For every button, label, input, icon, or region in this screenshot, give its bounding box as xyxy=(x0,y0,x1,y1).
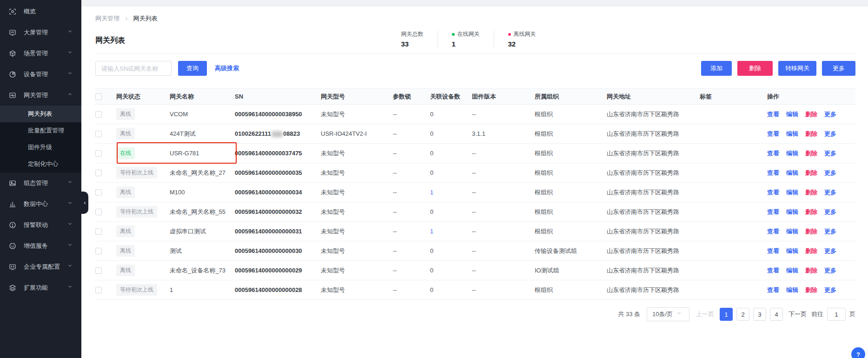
sidebar-item-data-center[interactable]: 数据中心 xyxy=(0,193,81,214)
edit-link[interactable]: 编辑 xyxy=(786,130,798,137)
sidebar-item-enterprise-config[interactable]: 企业专属配置 xyxy=(0,256,81,277)
edit-link[interactable]: 编辑 xyxy=(786,247,798,254)
delete-link[interactable]: 删除 xyxy=(805,189,817,196)
stat-total-label: 网关总数 xyxy=(401,30,424,38)
sidebar-subitem-gateway-list[interactable]: 网关列表 xyxy=(0,106,81,122)
help-float-button[interactable]: ? xyxy=(851,347,865,358)
view-link[interactable]: 查看 xyxy=(767,111,779,118)
page-size-select[interactable]: 10条/页 xyxy=(647,307,689,321)
sidebar-item-extended-functions[interactable]: 扩展功能 xyxy=(0,277,81,298)
sidebar-item-label: 概览 xyxy=(24,7,75,16)
delete-button[interactable]: 删除 xyxy=(737,61,773,76)
page-button-4[interactable]: 4 xyxy=(770,308,783,321)
delete-link[interactable]: 删除 xyxy=(805,130,817,137)
sidebar-subitem-batch-config-management[interactable]: 批量配置管理 xyxy=(0,122,81,139)
cell-ops: 查看编辑删除更多 xyxy=(767,202,855,222)
page-button-1[interactable]: 1 xyxy=(720,308,733,321)
transfer-gateway-button[interactable]: 转移网关 xyxy=(778,61,816,76)
sidebar-item-device-management[interactable]: 设备管理 xyxy=(0,64,81,85)
device-count[interactable]: 1 xyxy=(430,228,433,235)
row-checkbox[interactable] xyxy=(95,189,102,196)
cell-org: 根组织 xyxy=(535,222,607,241)
breadcrumb-current: 网关列表 xyxy=(133,15,158,22)
edit-link[interactable]: 编辑 xyxy=(786,267,798,274)
view-link[interactable]: 查看 xyxy=(767,208,779,215)
sidebar-collapse-handle[interactable]: ‹ xyxy=(81,192,88,214)
row-checkbox[interactable] xyxy=(95,170,102,176)
sidebar-item-scene-management[interactable]: 场景管理 xyxy=(0,43,81,64)
breadcrumb-parent[interactable]: 网关管理 xyxy=(95,15,119,22)
view-link[interactable]: 查看 xyxy=(767,130,779,137)
more-link[interactable]: 更多 xyxy=(824,286,836,293)
more-link[interactable]: 更多 xyxy=(824,247,836,254)
query-button[interactable]: 查询 xyxy=(178,61,207,76)
edit-link[interactable]: 编辑 xyxy=(786,189,798,196)
more-button[interactable]: 更多 xyxy=(822,61,855,76)
row-checkbox[interactable] xyxy=(95,150,102,157)
cell-firmware: -- xyxy=(472,241,535,261)
row-checkbox[interactable] xyxy=(95,111,102,118)
edit-link[interactable]: 编辑 xyxy=(786,208,798,215)
page-button-2[interactable]: 2 xyxy=(736,308,749,321)
search-input[interactable] xyxy=(95,61,172,76)
header-gateway-status: 网关状态 xyxy=(116,89,170,105)
advanced-search-link[interactable]: 高级搜索 xyxy=(215,64,239,73)
cell-tag xyxy=(700,105,767,124)
delete-link[interactable]: 删除 xyxy=(805,228,817,235)
goto-page-input[interactable] xyxy=(827,308,846,321)
more-link[interactable]: 更多 xyxy=(824,150,836,157)
edit-link[interactable]: 编辑 xyxy=(786,169,798,176)
more-link[interactable]: 更多 xyxy=(824,111,836,118)
cell-param-lock: -- xyxy=(393,105,430,124)
delete-link[interactable]: 删除 xyxy=(805,150,817,157)
more-link[interactable]: 更多 xyxy=(824,169,836,176)
more-link[interactable]: 更多 xyxy=(824,228,836,235)
row-checkbox[interactable] xyxy=(95,131,102,137)
cell-status: 等待初次上线 xyxy=(116,163,170,183)
view-link[interactable]: 查看 xyxy=(767,247,779,254)
sidebar-subitem-firmware-upgrade[interactable]: 固件升级 xyxy=(0,139,81,156)
delete-link[interactable]: 删除 xyxy=(805,208,817,215)
row-checkbox[interactable] xyxy=(95,267,102,274)
more-link[interactable]: 更多 xyxy=(824,189,836,196)
cell-gateway-name: M100 xyxy=(170,183,235,202)
sidebar-item-value-added-service[interactable]: 增值服务 xyxy=(0,235,81,256)
sidebar-item-screen-management[interactable]: 大屏管理 xyxy=(0,22,81,43)
delete-link[interactable]: 删除 xyxy=(805,169,817,176)
sidebar-item-overview[interactable]: 概览 xyxy=(0,1,81,22)
edit-link[interactable]: 编辑 xyxy=(786,111,798,118)
view-link[interactable]: 查看 xyxy=(767,286,779,293)
view-link[interactable]: 查看 xyxy=(767,189,779,196)
row-checkbox[interactable] xyxy=(95,287,102,293)
more-link[interactable]: 更多 xyxy=(824,267,836,274)
add-button[interactable]: 添加 xyxy=(701,61,732,76)
delete-link[interactable]: 删除 xyxy=(805,267,817,274)
row-checkbox[interactable] xyxy=(95,228,102,235)
delete-link[interactable]: 删除 xyxy=(805,111,817,118)
device-count[interactable]: 1 xyxy=(430,189,433,196)
more-link[interactable]: 更多 xyxy=(824,130,836,137)
sidebar-item-alarm-linkage[interactable]: 报警联动 xyxy=(0,214,81,235)
select-all-checkbox[interactable] xyxy=(95,93,102,100)
delete-link[interactable]: 删除 xyxy=(805,286,817,293)
delete-link[interactable]: 删除 xyxy=(805,247,817,254)
view-link[interactable]: 查看 xyxy=(767,169,779,176)
sidebar-subitem-customization-center[interactable]: 定制化中心 xyxy=(0,156,81,172)
view-link[interactable]: 查看 xyxy=(767,228,779,235)
table-row: 等待初次上线未命名_网关名称_2700059614000000000035未知型… xyxy=(95,163,855,183)
prev-page-button[interactable]: 上一页 xyxy=(696,310,714,318)
view-link[interactable]: 查看 xyxy=(767,267,779,274)
edit-link[interactable]: 编辑 xyxy=(786,286,798,293)
sidebar-item-gateway-management[interactable]: 网关管理 xyxy=(0,85,81,106)
cell-device-count: 0 xyxy=(430,144,472,163)
edit-link[interactable]: 编辑 xyxy=(786,228,798,235)
view-link[interactable]: 查看 xyxy=(767,150,779,157)
row-checkbox[interactable] xyxy=(95,209,102,215)
next-page-button[interactable]: 下一页 xyxy=(788,310,807,318)
page-button-3[interactable]: 3 xyxy=(753,308,766,321)
sidebar-item-topology-management[interactable]: 组态管理 xyxy=(0,172,81,193)
edit-link[interactable]: 编辑 xyxy=(786,150,798,157)
more-link[interactable]: 更多 xyxy=(824,208,836,215)
row-checkbox[interactable] xyxy=(95,248,102,254)
cell-checkbox xyxy=(95,183,116,202)
